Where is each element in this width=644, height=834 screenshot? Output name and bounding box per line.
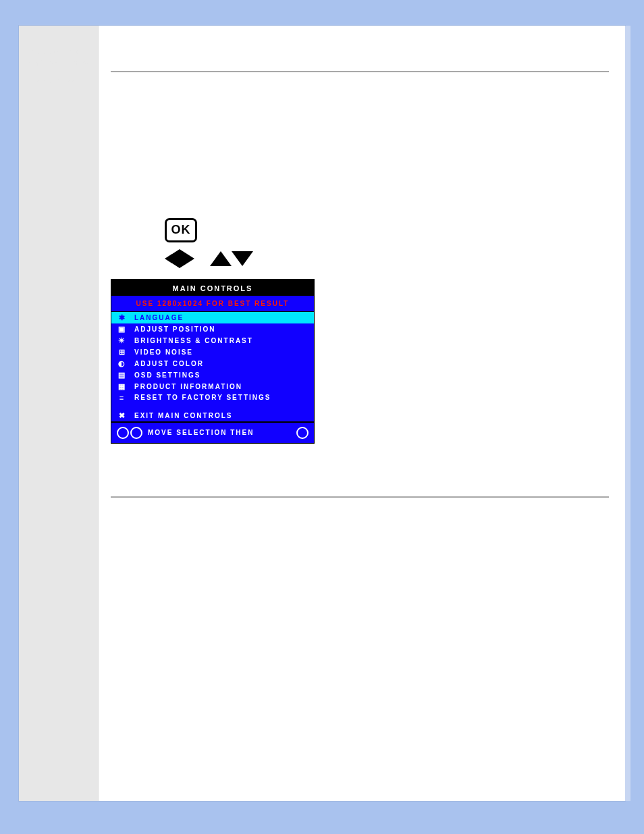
osd-footer-text: MOVE SELECTION THEN <box>148 429 254 436</box>
exit-icon: ✖ <box>117 411 128 420</box>
osd-item-language[interactable]: ✱ LANGUAGE <box>111 312 314 323</box>
osd-item-reset[interactable]: ≡ RESET TO FACTORY SETTINGS <box>111 392 314 403</box>
content: On-Screen Display Description of the On … <box>99 26 625 801</box>
info-icon: ▦ <box>117 382 128 391</box>
color-icon: ◐ <box>117 359 128 368</box>
brightness-icon: ☀ <box>117 336 128 345</box>
arrow-right-icon <box>180 249 194 268</box>
osd-item-label: RESET TO FACTORY SETTINGS <box>134 394 271 401</box>
osd-item-label: OSD SETTINGS <box>134 371 200 379</box>
press-label: Press <box>111 226 158 235</box>
osd-item-label: ADJUST COLOR <box>134 360 204 367</box>
arrow-left-icon <box>165 249 180 268</box>
position-icon: ▣ <box>117 325 128 334</box>
sidebar-link-description[interactable]: Description of the On-Screen Display <box>28 46 91 68</box>
nav-circle-down-icon <box>130 427 142 439</box>
step-press-arrows: Press or <box>111 249 609 268</box>
osd-footer: MOVE SELECTION THEN <box>111 421 314 443</box>
basic-instr-text: When you press the OK button on the fron… <box>111 180 609 205</box>
ok-button-icon <box>165 218 197 242</box>
reset-icon: ≡ <box>117 394 128 402</box>
nav-circle-up-icon <box>117 427 129 439</box>
osd-item-product-info[interactable]: ▦ PRODUCT INFORMATION <box>111 381 314 392</box>
page-title: On-Screen Display <box>111 43 609 59</box>
divider <box>111 71 609 72</box>
arrow-icons: or <box>165 249 253 268</box>
return-top-link[interactable]: RETURN TO TOP OF THE PAGE <box>498 471 609 479</box>
arrow-up-icon <box>210 251 232 266</box>
or-label: or <box>194 254 210 263</box>
what-is-label: What is the On-Screen Display? <box>111 111 226 121</box>
sidebar: Description of the On-Screen Display The… <box>19 26 99 801</box>
osd-item-exit[interactable]: ✖ EXIT MAIN CONTROLS <box>111 410 314 421</box>
ok-icon <box>165 218 197 242</box>
osd-header: MAIN CONTROLS <box>111 280 314 296</box>
ok-circle-icon <box>296 427 308 439</box>
osd-item-label: LANGUAGE <box>134 314 184 321</box>
basic-instr-label: Basic and simple instruction on the cont… <box>111 163 284 172</box>
section2-heading: The OSD Tree <box>111 518 609 529</box>
return-top: RETURN TO TOP OF THE PAGE <box>111 471 609 480</box>
sidebar-link-tree[interactable]: The OSD Tree <box>28 75 91 86</box>
osd-item-label: VIDEO NOISE <box>134 348 193 356</box>
press-label-2: Press <box>111 254 158 263</box>
osd-item-position[interactable]: ▣ ADJUST POSITION <box>111 323 314 335</box>
page-container: Description of the On-Screen Display The… <box>19 26 625 801</box>
osd-item-color[interactable]: ◐ ADJUST COLOR <box>111 358 314 369</box>
tree-intro: Below is an overall view of the structur… <box>111 536 609 561</box>
osd-resolution-note: USE 1280x1024 FOR BEST RESULT <box>111 296 314 312</box>
osd-item-label: BRIGHTNESS & CONTRAST <box>134 337 253 344</box>
osd-item-brightness[interactable]: ☀ BRIGHTNESS & CONTRAST <box>111 335 314 346</box>
step-press-ok: Press <box>111 218 609 242</box>
osd-item-label: EXIT MAIN CONTROLS <box>134 412 232 419</box>
osd-item-label: PRODUCT INFORMATION <box>134 383 242 390</box>
language-icon: ✱ <box>117 313 128 322</box>
grid-icon: ⊞ <box>117 348 128 357</box>
osd-item-label: ADJUST POSITION <box>134 325 216 333</box>
arrow-down-icon <box>232 251 253 266</box>
osd-icon: ▤ <box>117 371 128 380</box>
osd-item-video-noise[interactable]: ⊞ VIDEO NOISE <box>111 346 314 358</box>
osd-item-osd-settings[interactable]: ▤ OSD SETTINGS <box>111 369 314 381</box>
osd-items: ✱ LANGUAGE ▣ ADJUST POSITION ☀ BRIGHTNES… <box>111 312 314 421</box>
divider-2 <box>111 496 609 498</box>
section1-heading: Description of the On Screen Display <box>111 93 609 103</box>
osd-panel: MAIN CONTROLS USE 1280x1024 FOR BEST RES… <box>111 279 315 444</box>
what-is-text: This is a feature in all Philips LCD mon… <box>111 130 609 155</box>
steps: Press Press or <box>111 218 609 268</box>
